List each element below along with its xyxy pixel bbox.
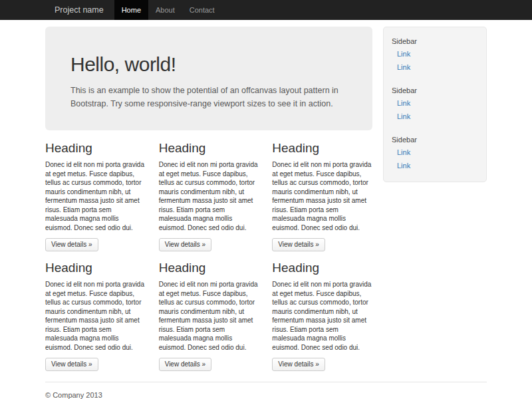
view-details-button[interactable]: View details » xyxy=(45,358,98,371)
navbar-inner: Project name Home About Contact xyxy=(45,0,487,20)
brand-link[interactable]: Project name xyxy=(45,0,114,20)
view-details-button[interactable]: View details » xyxy=(272,358,325,371)
card-heading: Heading xyxy=(45,141,146,156)
card-heading: Heading xyxy=(159,261,259,275)
sidebar-link[interactable]: Link xyxy=(384,110,486,123)
nav-link-about[interactable]: About xyxy=(148,0,182,20)
card-body: Donec id elit non mi porta gravida at eg… xyxy=(272,280,372,352)
card-body: Donec id elit non mi porta gravida at eg… xyxy=(45,280,146,352)
sidebar-link[interactable]: Link xyxy=(384,61,486,74)
card-heading: Heading xyxy=(272,261,372,275)
card: Heading Donec id elit non mi porta gravi… xyxy=(45,141,146,251)
card-body: Donec id elit non mi porta gravida at eg… xyxy=(45,160,146,232)
sidebar-column: Sidebar Link Link Sidebar Link Link Side… xyxy=(383,20,487,182)
card-heading: Heading xyxy=(45,261,146,275)
sidebar-group: Sidebar Link Link xyxy=(384,134,486,172)
card: Heading Donec id elit non mi porta gravi… xyxy=(159,261,259,371)
card-body: Donec id elit non mi porta gravida at eg… xyxy=(159,160,259,232)
jumbotron: Hello, world! This is an example to show… xyxy=(45,27,372,130)
card: Heading Donec id elit non mi porta gravi… xyxy=(45,261,146,371)
view-details-button[interactable]: View details » xyxy=(159,358,212,371)
card-heading: Heading xyxy=(159,141,259,156)
sidebar-heading: Sidebar xyxy=(384,35,486,47)
sidebar-group: Sidebar Link Link xyxy=(384,35,486,74)
sidebar-heading: Sidebar xyxy=(384,134,486,146)
card: Heading Donec id elit non mi porta gravi… xyxy=(272,141,372,251)
sidebar-link[interactable]: Link xyxy=(384,146,486,159)
main-column: Hello, world! This is an example to show… xyxy=(45,20,372,371)
nav-link-home[interactable]: Home xyxy=(114,0,148,20)
navbar-menu: Home About Contact xyxy=(114,0,222,20)
nav-link-contact[interactable]: Contact xyxy=(182,0,222,20)
nav-item-home: Home xyxy=(114,0,148,20)
card-heading: Heading xyxy=(272,141,372,156)
page-container: Hello, world! This is an example to show… xyxy=(45,20,487,399)
copyright-text: © Company 2013 xyxy=(45,391,102,399)
sidebar-link[interactable]: Link xyxy=(384,159,486,172)
view-details-button[interactable]: View details » xyxy=(159,238,212,251)
card-body: Donec id elit non mi porta gravida at eg… xyxy=(272,160,372,232)
card: Heading Donec id elit non mi porta gravi… xyxy=(159,141,259,251)
sidebar-well: Sidebar Link Link Sidebar Link Link Side… xyxy=(383,27,487,182)
footer: © Company 2013 xyxy=(45,382,487,399)
sidebar-group: Sidebar Link Link xyxy=(384,84,486,123)
sidebar-link[interactable]: Link xyxy=(384,96,486,110)
nav-item-about: About xyxy=(148,0,182,20)
view-details-button[interactable]: View details » xyxy=(45,238,98,251)
jumbotron-title: Hello, world! xyxy=(70,53,347,76)
navbar: Project name Home About Contact xyxy=(0,0,532,20)
nav-item-contact: Contact xyxy=(182,0,222,20)
view-details-button[interactable]: View details » xyxy=(272,238,325,251)
jumbotron-text: This is an example to show the potential… xyxy=(70,84,347,110)
cards-grid: Heading Donec id elit non mi porta gravi… xyxy=(45,141,372,371)
sidebar-link[interactable]: Link xyxy=(384,47,486,61)
card-body: Donec id elit non mi porta gravida at eg… xyxy=(159,280,259,352)
content-row: Hello, world! This is an example to show… xyxy=(45,20,487,371)
card: Heading Donec id elit non mi porta gravi… xyxy=(272,261,372,371)
sidebar-heading: Sidebar xyxy=(384,84,486,96)
